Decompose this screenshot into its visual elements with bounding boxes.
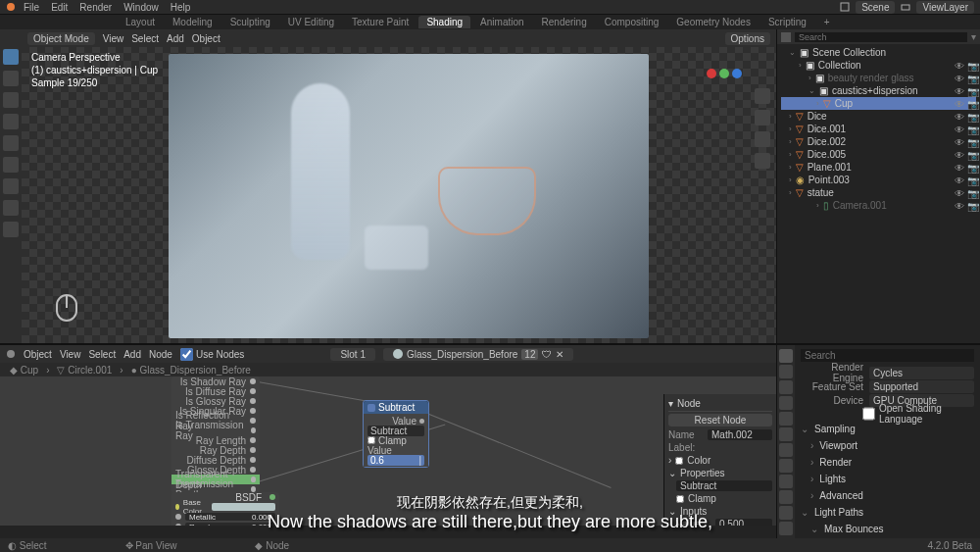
ptab-data[interactable] (779, 506, 793, 520)
material-selector[interactable]: Glass_Dispersion_Before 12 🛡 ✕ (383, 348, 574, 361)
section-viewport-sampling[interactable]: Viewport (810, 437, 974, 454)
math-value-input[interactable]: 0.6| (368, 455, 424, 466)
principled-bsdf-node[interactable]: BSDF Base Color Metallic0.000Roughness0.… (172, 492, 279, 526)
ptab-constraints[interactable] (779, 490, 793, 504)
tab-add[interactable]: + (816, 16, 838, 28)
tree-item[interactable]: ›▽Dice.001👁📷 (781, 123, 976, 135)
base-color-swatch[interactable] (212, 503, 275, 511)
shader-type[interactable]: Object (24, 349, 52, 360)
osl-checkbox[interactable] (862, 403, 875, 425)
tab-modeling[interactable]: Modeling (165, 16, 220, 28)
ptab-render[interactable] (779, 349, 793, 363)
render-engine-dropdown[interactable]: Cycles (869, 367, 974, 379)
material-slot[interactable]: Slot 1 (330, 348, 375, 361)
menu-select2[interactable]: Select (88, 349, 116, 360)
perspective-icon[interactable] (755, 153, 770, 169)
menu-node[interactable]: Node (149, 349, 172, 360)
tool-move[interactable] (3, 92, 19, 108)
np-value-field[interactable]: 0.500 (715, 519, 772, 526)
menu-view[interactable]: View (103, 33, 124, 44)
ptab-scene[interactable] (779, 396, 793, 410)
outliner-search[interactable] (795, 32, 967, 42)
section-light-paths[interactable]: Light Paths (801, 504, 974, 521)
tab-geonodes[interactable]: Geometry Nodes (668, 16, 759, 28)
tree-item[interactable]: ⌄▣caustics+dispersion👁📷 (781, 84, 976, 97)
menu-add2[interactable]: Add (123, 349, 141, 360)
reset-node-button[interactable]: Reset Node (668, 414, 772, 427)
ptab-viewlayer[interactable] (779, 380, 793, 394)
menu-edit[interactable]: Edit (51, 2, 68, 13)
node-collapse-icon[interactable] (368, 404, 375, 412)
section-max-bounces[interactable]: Max Bounces (810, 521, 974, 537)
fake-user-icon[interactable]: 🛡 (542, 349, 552, 360)
menu-help[interactable]: Help (171, 2, 191, 13)
menu-select[interactable]: Select (131, 33, 159, 44)
tree-item[interactable]: ›▽Cup👁📷 (781, 97, 976, 110)
feature-set-dropdown[interactable]: Supported (869, 380, 974, 393)
props-search[interactable] (801, 349, 974, 362)
tree-item[interactable]: ›▽Dice👁📷 (781, 110, 976, 123)
tool-scale[interactable] (3, 135, 19, 151)
section-advanced[interactable]: Advanced (810, 487, 974, 504)
ptab-modifiers[interactable] (779, 443, 793, 457)
tab-scripting[interactable]: Scripting (760, 16, 814, 28)
rendered-viewport[interactable] (169, 54, 649, 338)
tab-layout[interactable]: Layout (118, 16, 163, 28)
tool-measure[interactable] (3, 200, 19, 216)
tool-rotate[interactable] (3, 114, 19, 129)
section-render-sampling[interactable]: Render (810, 454, 974, 471)
tab-sculpting[interactable]: Sculpting (222, 16, 278, 28)
options-dropdown[interactable]: Options (725, 32, 770, 45)
menu-add[interactable]: Add (167, 33, 184, 44)
filter-icon[interactable]: ▾ (971, 31, 976, 42)
np-operation[interactable]: Subtract (676, 480, 772, 491)
tool-select[interactable] (3, 49, 19, 65)
camera-view-icon[interactable] (755, 131, 770, 147)
nav-gizmo[interactable] (707, 69, 742, 78)
math-clamp-checkbox[interactable] (368, 436, 375, 444)
tree-item[interactable]: ›▣beauty render glass👁📷 (781, 72, 976, 84)
tool-annotate[interactable] (3, 178, 19, 194)
tree-item[interactable]: ›▣Collection👁📷 (781, 59, 976, 72)
ptab-output[interactable] (779, 365, 793, 378)
ptab-world[interactable] (779, 412, 793, 426)
tree-item[interactable]: ›▯Camera.001👁📷 (781, 199, 976, 212)
tool-add[interactable] (3, 222, 19, 237)
principled-prop[interactable]: Metallic0.000 (172, 512, 279, 522)
tab-uv[interactable]: UV Editing (280, 16, 342, 28)
menu-render[interactable]: Render (79, 2, 112, 13)
light-path-node[interactable]: Is Shadow RayIs Diffuse RayIs Glossy Ray… (172, 376, 260, 494)
menu-object[interactable]: Object (192, 33, 220, 44)
tab-texpaint[interactable]: Texture Paint (344, 16, 416, 28)
node-color-checkbox[interactable] (675, 457, 683, 465)
menu-file[interactable]: File (24, 2, 39, 13)
bc-mat[interactable]: ● Glass_Dispersion_Before (131, 365, 251, 376)
bc-data[interactable]: ▽ Circle.001 (57, 365, 112, 376)
use-nodes-checkbox[interactable] (180, 348, 193, 361)
tree-item[interactable]: ›▽Dice.005👁📷 (781, 148, 976, 161)
tool-transform[interactable] (3, 157, 19, 173)
tab-shading[interactable]: Shading (418, 16, 470, 28)
node-name-field[interactable]: Math.002 (708, 429, 772, 440)
tab-comp[interactable]: Compositing (597, 16, 667, 28)
tree-item[interactable]: ›◉Point.003👁📷 (781, 174, 976, 186)
tab-animation[interactable]: Animation (472, 16, 531, 28)
material-users[interactable]: 12 (521, 349, 538, 360)
ptab-particles[interactable] (779, 459, 793, 473)
menu-view2[interactable]: View (60, 349, 81, 360)
ptab-physics[interactable] (779, 475, 793, 488)
unlink-icon[interactable]: ✕ (556, 349, 564, 360)
pan-icon[interactable] (755, 110, 770, 125)
principled-prop[interactable]: Roughness0.000 (172, 522, 279, 526)
tree-item[interactable]: ›▽Dice.002👁📷 (781, 135, 976, 148)
tool-cursor[interactable] (3, 71, 19, 86)
viewlayer-selector[interactable]: ViewLayer (916, 1, 974, 14)
zoom-icon[interactable] (755, 88, 770, 104)
mode-selector[interactable]: Object Mode (27, 32, 95, 45)
ptab-material[interactable] (779, 522, 793, 535)
bc-obj[interactable]: ◆ Cup (10, 365, 38, 376)
math-node[interactable]: Subtract Value Subtract Clamp Value 0.6| (363, 400, 429, 468)
ptab-object[interactable] (779, 427, 793, 441)
tree-item[interactable]: ›▽Plane.001👁📷 (781, 161, 976, 174)
tree-item[interactable]: ›▽statue👁📷 (781, 186, 976, 199)
